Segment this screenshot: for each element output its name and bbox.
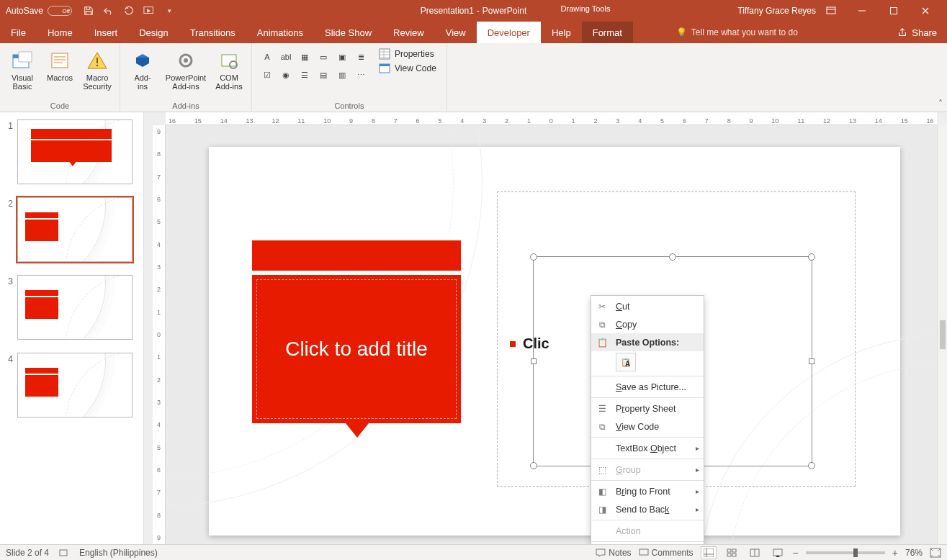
- thumbnail-4[interactable]: 4: [4, 353, 139, 417]
- com-addins-button[interactable]: COM Add-ins: [211, 46, 247, 100]
- ctx-send-to-back[interactable]: ◨Send to Back▸: [591, 500, 704, 518]
- thumbnail-3[interactable]: 3: [4, 275, 139, 340]
- reading-view-button[interactable]: [747, 546, 763, 559]
- svg-rect-5: [19, 52, 32, 62]
- tab-file[interactable]: File: [0, 22, 37, 43]
- zoom-in-button[interactable]: +: [892, 547, 898, 559]
- language-indicator[interactable]: English (Philippines): [79, 548, 158, 558]
- vertical-ruler[interactable]: 9876543210123456789: [153, 125, 166, 544]
- close-button[interactable]: [910, 0, 941, 22]
- tab-insert[interactable]: Insert: [84, 22, 129, 43]
- undo-icon[interactable]: [102, 4, 115, 17]
- ctx-copy[interactable]: ⧉Copy: [591, 315, 704, 333]
- controls-gallery: A abl ▦ ▭ ▣ ≣ ☑ ◉ ☰ ▤ ▥ ⋯: [256, 46, 372, 100]
- comments-button[interactable]: Comments: [639, 548, 694, 558]
- view-code-button[interactable]: View Code: [374, 62, 441, 75]
- ctx-save-as-picture[interactable]: Save as Picture...: [591, 378, 704, 396]
- tab-help[interactable]: Help: [541, 22, 582, 43]
- ribbon-display-options-icon[interactable]: [826, 6, 836, 15]
- vertical-scrollbar[interactable]: [937, 125, 947, 544]
- svg-rect-17: [704, 548, 714, 557]
- title-placeholder[interactable]: Click to add title: [252, 275, 461, 423]
- powerpoint-addins-button[interactable]: PowerPoint Add-ins: [162, 46, 210, 100]
- horizontal-ruler[interactable]: 1615141312111098765432101234567891011121…: [166, 112, 937, 125]
- ribbon-group-controls: A abl ▦ ▭ ▣ ≣ ☑ ◉ ☰ ▤ ▥ ⋯: [252, 43, 447, 112]
- tab-review[interactable]: Review: [382, 22, 435, 43]
- spin-control-button[interactable]: ▦: [297, 49, 313, 65]
- ctx-view-code[interactable]: ⧉View Code: [591, 417, 704, 435]
- option-control-button[interactable]: ◉: [278, 67, 294, 83]
- paste-keep-text-only-button[interactable]: 📋A: [616, 353, 636, 371]
- slide-indicator[interactable]: Slide 2 of 4: [6, 548, 49, 558]
- slide-sorter-view-button[interactable]: [724, 546, 740, 559]
- macros-button[interactable]: Macros: [42, 46, 78, 100]
- fit-to-window-button[interactable]: [930, 548, 941, 558]
- scrollbar-control-button[interactable]: ≣: [353, 49, 369, 65]
- macro-security-button[interactable]: Macro Security: [79, 46, 115, 100]
- cut-icon: ✂: [596, 300, 609, 313]
- ribbon-group-addins: Add- ins PowerPoint Add-ins COM Add-ins …: [120, 43, 252, 112]
- notes-button[interactable]: Notes: [596, 548, 631, 558]
- tab-view[interactable]: View: [435, 22, 477, 43]
- collapse-ribbon-button[interactable]: ˄: [938, 99, 943, 109]
- svg-rect-6: [52, 53, 68, 68]
- normal-view-button[interactable]: [701, 546, 717, 559]
- user-name[interactable]: Tiffany Grace Reyes: [737, 6, 816, 16]
- slide-canvas[interactable]: Click to add title Clic: [166, 125, 937, 544]
- qat-customize-icon[interactable]: ▾: [163, 4, 176, 17]
- combobox-control-button[interactable]: ▤: [315, 67, 331, 83]
- slide-editor: 1615141312111098765432101234567891011121…: [144, 112, 947, 544]
- tab-home[interactable]: Home: [37, 22, 84, 43]
- zoom-slider[interactable]: [806, 551, 885, 554]
- togglebutton-control-button[interactable]: ▥: [334, 67, 350, 83]
- send-back-icon: ◨: [596, 503, 609, 516]
- share-icon: [897, 27, 907, 37]
- svg-rect-23: [773, 549, 782, 556]
- image-control-button[interactable]: ▣: [334, 49, 350, 65]
- code-icon: [379, 63, 390, 74]
- ctx-bring-to-front[interactable]: ◧Bring to Front▸: [591, 482, 704, 500]
- slide-thumbnail-panel[interactable]: 1 2 3 4: [0, 112, 144, 544]
- tab-format[interactable]: Format: [582, 22, 633, 43]
- ctx-cut[interactable]: ✂Cut: [591, 297, 704, 315]
- properties-button[interactable]: Properties: [374, 48, 441, 60]
- zoom-out-button[interactable]: −: [793, 547, 799, 559]
- title-accent-shape[interactable]: [252, 240, 461, 271]
- slide[interactable]: Click to add title Clic: [209, 147, 900, 536]
- addins-button[interactable]: Add- ins: [125, 46, 161, 100]
- autosave-toggle[interactable]: AutoSave Off: [6, 6, 72, 16]
- checkbox-control-button[interactable]: ☑: [259, 67, 275, 83]
- tab-design[interactable]: Design: [128, 22, 179, 43]
- visual-basic-button[interactable]: Visual Basic: [4, 46, 40, 100]
- tell-me-search[interactable]: 💡 Tell me what you want to do: [676, 22, 798, 43]
- ctx-textbox-object[interactable]: TextBox Object▸: [591, 439, 704, 457]
- tab-animations[interactable]: Animations: [246, 22, 314, 43]
- commandbutton-control-button[interactable]: ▭: [315, 49, 331, 65]
- share-button[interactable]: Share: [887, 22, 947, 43]
- tab-transitions[interactable]: Transitions: [179, 22, 246, 43]
- accessibility-icon[interactable]: [59, 548, 69, 558]
- maximize-button[interactable]: [878, 0, 910, 22]
- more-controls-button[interactable]: ⋯: [353, 67, 369, 83]
- context-menu: ✂Cut ⧉Copy 📋Paste Options: 📋A Save as Pi…: [591, 295, 704, 544]
- submenu-arrow-icon: ▸: [696, 444, 699, 452]
- textbox-control-button[interactable]: abl: [278, 49, 294, 65]
- thumbnail-1[interactable]: 1: [4, 119, 139, 184]
- paste-icon: 📋: [596, 336, 609, 349]
- save-icon[interactable]: [82, 4, 95, 17]
- listbox-control-button[interactable]: ☰: [297, 67, 313, 83]
- quick-access-toolbar: ▾: [82, 4, 176, 17]
- contextual-tab-group-label: Drawing Tools: [553, 4, 618, 13]
- window-title: Presentation1 - PowerPoint: [421, 6, 526, 16]
- tab-developer[interactable]: Developer: [477, 22, 541, 43]
- svg-point-9: [184, 58, 188, 63]
- start-from-beginning-icon[interactable]: [143, 4, 156, 17]
- thumbnail-2[interactable]: 2: [4, 197, 139, 262]
- redo-icon[interactable]: [122, 4, 135, 17]
- ctx-property-sheet[interactable]: ☰Property Sheet: [591, 399, 704, 417]
- minimize-button[interactable]: [846, 0, 878, 22]
- label-control-button[interactable]: A: [259, 49, 275, 65]
- zoom-level[interactable]: 76%: [905, 548, 923, 558]
- slideshow-view-button[interactable]: [770, 546, 786, 559]
- tab-slideshow[interactable]: Slide Show: [314, 22, 382, 43]
